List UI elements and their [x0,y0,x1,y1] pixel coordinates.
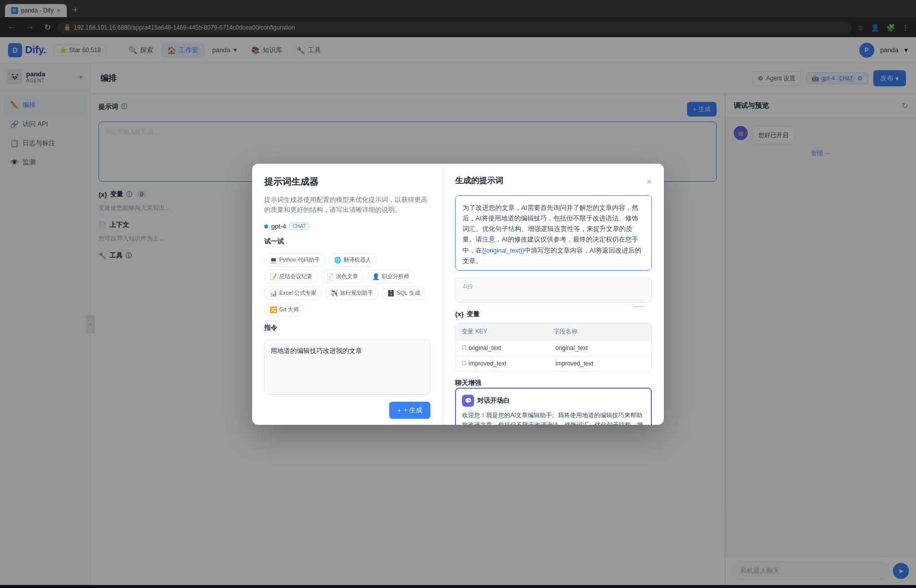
variables-table: 变量 KEY 字段名称 ☐ original_text original_tex… [455,323,652,372]
quick-btn-translate-label: 翻译机器人 [343,256,371,264]
quick-btn-git-label: Git 大师 [279,306,299,313]
var-name-improved-text: improved_text [555,360,645,367]
python-icon: 💻 [270,257,277,264]
quick-btn-polish[interactable]: 📄 润色文章 [321,270,364,283]
var-key-improved: ☐ improved_text [462,360,551,367]
quick-btn-git[interactable]: 🔀 Git 大师 [264,303,304,316]
quick-btn-translate[interactable]: 🌐 翻译机器人 [328,253,377,267]
quick-btn-meeting[interactable]: 📝 总结会议纪要 [264,270,318,283]
quick-btn-polish-label: 润色文章 [336,273,358,280]
quick-btn-sql[interactable]: 🗄️ SQL 生成 [382,286,426,300]
chat-enrich-section: 聊天增强 💬 对话开场白 欢迎您！我是您的AI文章编辑助手。我将使用地道的编辑技… [455,379,652,425]
var-icon-original: ☐ [462,344,467,351]
chat-enrich-label: 聊天增强 [455,379,652,388]
analyst-icon: 👤 [372,273,380,280]
instruction-label: 指令 [264,323,430,332]
quick-btn-travel[interactable]: ✈️ 旅行规划助手 [325,286,379,300]
quick-btn-meeting-label: 总结会议纪要 [279,273,312,280]
instruction-input[interactable]: 用地道的编辑技巧改进我的文章 [264,339,430,395]
modal-model-badge: CHAT [289,222,309,230]
var-key-improved-text: improved_text [469,360,506,367]
modal-title: 提示词生成器 [264,176,430,188]
quick-buttons-grid: 💻 Python 代码助手 🌐 翻译机器人 📝 总结会议纪要 📄 润色文章 👤 [264,253,430,316]
highlight-var: {{original_text}} [482,247,524,254]
modal-description: 提示词生成器使用配置的模型来优化提示词，以获得更高的质量和更好的结构，请写出清晰… [264,195,430,216]
quick-btn-python-label: Python 代码助手 [279,256,320,264]
modal-right-panel: 生成的提示词 × 为了改进您的文章，AI需要首先询问并了解您的文章内容，然后，A… [443,164,664,425]
quick-btn-python[interactable]: 💻 Python 代码助手 [264,253,325,267]
quick-btn-travel-label: 旅行规划助手 [340,289,373,297]
example-separator: —— [463,300,644,309]
var-name-header: 字段名称 [553,327,645,336]
modal-overlay: 提示词生成器 提示词生成器使用配置的模型来优化提示词，以获得更高的质量和更好的结… [0,0,916,585]
quick-btn-sql-label: SQL 生成 [397,289,420,297]
travel-icon: ✈️ [330,290,338,297]
opening-title: 对话开场白 [477,396,510,405]
excel-icon: 📊 [270,290,277,297]
variables-subsection-label: {x} 变量 [455,310,652,319]
quick-btn-analyst-label: 职业分析师 [382,273,409,280]
right-panel-title: 生成的提示词 [455,176,503,186]
quick-btn-excel[interactable]: 📊 Excel 公式专家 [264,286,322,300]
generate-action-label: + 生成 [404,406,422,415]
variable-row-original: ☐ original_text original_text [455,340,651,356]
var-key-header: 变量 KEY [462,327,553,336]
generate-plus-icon2: + [397,407,401,414]
var-icon-improved: ☐ [462,360,467,367]
opening-card-header: 💬 对话开场白 [462,395,645,407]
polish-icon: 📄 [326,273,334,280]
generated-prompt-box: 为了改进您的文章，AI需要首先询问并了解您的文章内容，然后，AI将使用地道的编辑… [455,195,652,271]
sql-icon: 🗄️ [387,290,395,297]
translate-icon: 🌐 [334,257,341,264]
try-section-label: 试一试 [264,237,430,246]
var-name-original-text: original_text [555,344,645,351]
variable-row-improved: ☐ improved_text improved_text [455,356,651,371]
quick-btn-excel-label: Excel 公式专家 [279,289,316,297]
variables-bracket-icon: {x} [455,310,464,318]
git-icon: 🔀 [270,306,277,313]
modal-model-name: gpt-4 [271,222,286,230]
quick-btn-analyst[interactable]: 👤 职业分析师 [367,270,415,283]
var-table-header: 变量 KEY 字段名称 [455,323,651,340]
model-dot [264,224,268,228]
opening-content: 欢迎您！我是您的AI文章编辑助手。我将使用地道的编辑技巧来帮助您改进文章，包括但… [462,411,645,425]
variables-subsection: {x} 变量 变量 KEY 字段名称 ☐ original_text origi… [455,310,652,372]
model-row: gpt-4 CHAT [264,222,430,230]
prompt-generator-modal: 提示词生成器 提示词生成器使用配置的模型来优化提示词，以获得更高的质量和更好的结… [252,164,664,425]
modal-close-button[interactable]: × [646,177,652,187]
opening-icon: 💬 [462,395,474,407]
var-key-original: ☐ original_text [462,344,551,351]
variables-subsection-title: 变量 [467,310,480,319]
modal-left-panel: 提示词生成器 提示词生成器使用配置的模型来优化提示词，以获得更高的质量和更好的结… [252,164,443,425]
right-header: 生成的提示词 × [455,176,652,188]
example-box: 469 —— [455,278,652,303]
example-placeholder: 469 [463,283,473,290]
opening-dialog-card: 💬 对话开场白 欢迎您！我是您的AI文章编辑助手。我将使用地道的编辑技巧来帮助您… [455,388,652,425]
meeting-icon: 📝 [270,273,277,280]
generate-action-button[interactable]: + + 生成 [389,402,430,419]
var-key-original-text: original_text [469,344,501,351]
